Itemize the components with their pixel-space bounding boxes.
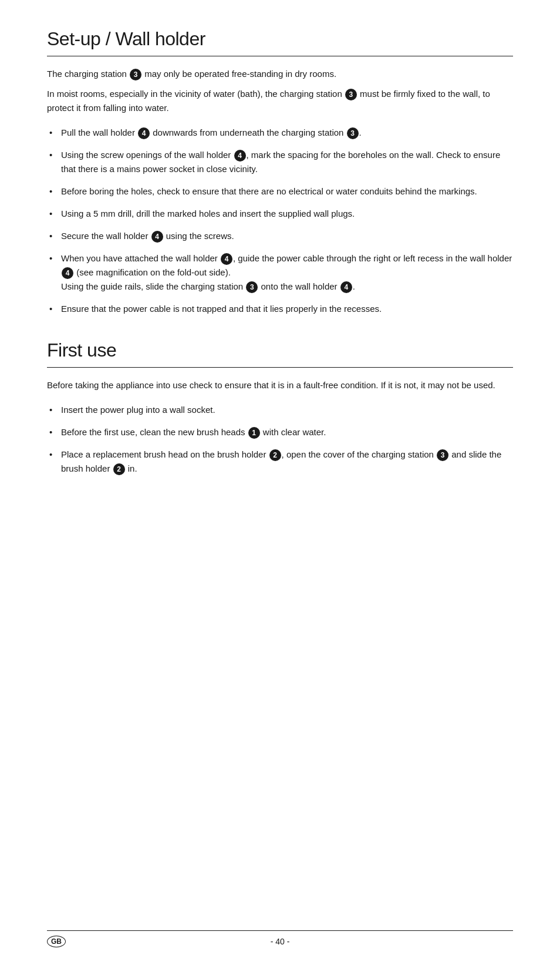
badge-4-b1: 4 (138, 127, 150, 139)
section2-title: First use (47, 339, 513, 361)
badge-3-s2b3: 3 (437, 449, 448, 461)
badge-1-s2b2: 1 (248, 427, 260, 439)
badge-4-b6b: 4 (62, 267, 73, 279)
list-item: When you have attached the wall holder 4… (47, 251, 513, 294)
footer-page-number: - 40 - (271, 937, 290, 946)
badge-4-b6c: 4 (340, 281, 352, 293)
list-item: Before the first use, clean the new brus… (47, 425, 513, 439)
badge-3-intro1: 3 (130, 69, 141, 80)
section1-bullet-list: Pull the wall holder 4 downwards from un… (47, 126, 513, 316)
page-footer: GB - 40 - (47, 930, 513, 946)
list-item: Insert the power plug into a wall socket… (47, 403, 513, 417)
list-item: Place a replacement brush head on the br… (47, 448, 513, 476)
footer-gb-label: GB (47, 936, 66, 947)
badge-3-b6: 3 (246, 281, 258, 293)
badge-2-s2b3a: 2 (269, 449, 281, 461)
badge-4-b6a: 4 (221, 253, 232, 265)
section1-divider (47, 56, 513, 56)
badge-3-intro2: 3 (345, 89, 357, 100)
section2-divider (47, 367, 513, 368)
section2-container: First use Before taking the appliance in… (47, 339, 513, 476)
section2-bullet-list: Insert the power plug into a wall socket… (47, 403, 513, 476)
section1-title: Set-up / Wall holder (47, 28, 513, 50)
badge-2-s2b3b: 2 (113, 463, 125, 475)
list-item: Secure the wall holder 4 using the screw… (47, 229, 513, 243)
list-item: Using a 5 mm drill, drill the marked hol… (47, 207, 513, 221)
list-item: Before boring the holes, check to ensure… (47, 184, 513, 199)
list-item: Ensure that the power cable is not trapp… (47, 302, 513, 316)
page-container: Set-up / Wall holder The charging statio… (0, 0, 560, 965)
badge-4-b5: 4 (151, 231, 163, 243)
badge-4-b2: 4 (234, 150, 246, 162)
badge-3-b1: 3 (347, 127, 359, 139)
list-item: Using the screw openings of the wall hol… (47, 148, 513, 176)
section1-intro1: The charging station 3 may only be opera… (47, 67, 513, 81)
section1-intro2: In moist rooms, especially in the vicini… (47, 87, 513, 115)
section2-intro: Before taking the appliance into use che… (47, 378, 513, 392)
list-item: Pull the wall holder 4 downwards from un… (47, 126, 513, 140)
